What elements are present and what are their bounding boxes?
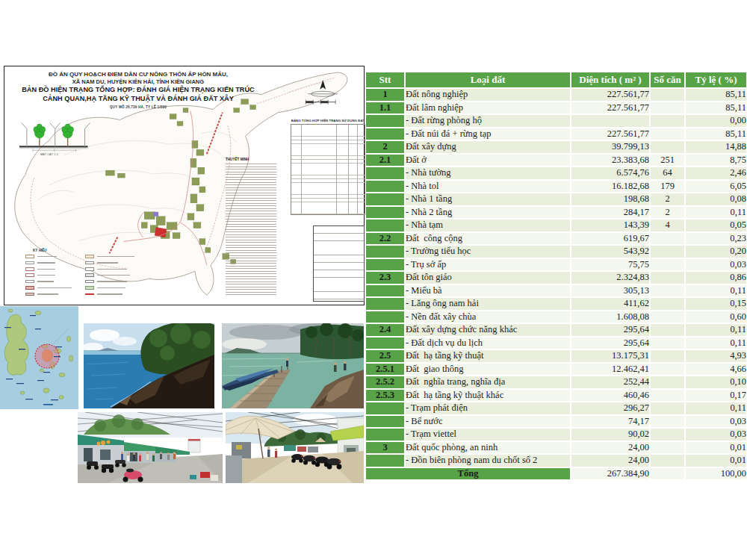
legend-swatch [25,293,34,296]
percentage: 0,01 [685,441,747,455]
row-number: 1 [366,88,405,102]
unit-count: 2 [650,206,685,220]
land-use-table: Stt Loại đất Diện tích ( m² ) Số căn Tỷ … [366,72,747,481]
legend-item [85,292,134,296]
legend-item [25,273,72,277]
table-header-row: Stt Loại đất Diện tích ( m² ) Số căn Tỷ … [366,72,747,88]
land-use-table-body: 1Đất nông nghiệp227.561,7785,111.1Đất lâ… [366,88,747,480]
unit-count [650,389,685,402]
area-value: 6.574,76 [571,167,650,180]
legend-label-placeholder [97,275,130,276]
legend-swatch [85,286,94,290]
row-number: 2.3 [366,271,405,284]
table-row: 1.1Đất lâm nghiệp227.561,7785,11 [366,102,747,115]
percentage: 2,46 [685,167,747,180]
row-number [366,206,405,220]
unit-count [650,232,685,246]
legend-swatch [25,273,34,277]
table-row: 2.2Đất công cộng619,670,23 [366,232,747,246]
area-value: 227.561,77 [571,128,650,141]
table-row: - Nền đất xây chùa1.608,080,60 [366,311,747,324]
land-type: Đất nông nghiệp [405,88,571,102]
table-row: - Trạm viettel90,020,03 [366,428,747,441]
area-value: 252,44 [571,376,650,389]
area-value: 227.561,77 [571,102,650,115]
row-number [366,297,405,311]
legend-swatch [85,261,94,265]
percentage: 0,08 [685,193,747,206]
row-number: 2.1 [366,154,405,167]
legend-swatch [85,293,94,295]
percentage: 6,05 [685,180,747,193]
land-type: - Nhà 1 tầng [405,193,571,206]
land-type: - Lăng ông nam hải [405,297,571,311]
table-row: 2.5Đất hạ tầng kỹ thuật13.175,314,93 [366,349,747,363]
unit-count [650,258,685,272]
row-number: 2.5 [366,349,405,363]
percentage: 0,00 [685,114,747,128]
table-row: - Đất rừng phòng hộ0,00 [366,114,747,128]
area-value: 284,17 [571,206,650,220]
mini-table-title: BẢNG TỔNG HỢP HIỆN TRẠNG SỬ DỤNG ĐẤT [291,119,365,122]
total-area: 267.384,90 [571,467,650,481]
unit-count [650,454,685,467]
table-row: 2.4Đất xây dựng chức năng khác295,640,11 [366,323,747,337]
percentage: 0,23 [685,232,747,246]
table-row: - Nhà 1 tầng198,6820,08 [366,193,747,206]
table-row: - Đồn biên phòng nam du chốt số 224,000,… [366,454,747,467]
area-value: 619,67 [571,232,650,246]
land-type: Đất quốc phòng, an ninh [405,441,571,455]
location-map [0,306,78,409]
table-row: - Nhà tường6.574,76642,46 [366,167,747,180]
row-number [366,167,405,180]
area-value: 460,46 [571,389,650,402]
map-title-line2: XÃ NAM DU, HUYỆN KIÊN HẢI, TỈNH KIÊN GIA… [15,78,261,86]
legend-item [85,255,134,258]
section-label: MẶT CẮT 1-1 [40,152,59,156]
row-number [366,337,405,350]
unit-count: 64 [650,167,685,180]
unit-count [650,311,685,324]
row-number: 1.1 [366,102,405,115]
area-value: 295,64 [571,323,650,337]
table-row: 3Đất quốc phòng, an ninh24,000,01 [366,441,747,455]
percentage: 85,11 [685,102,747,115]
unit-count [650,284,685,298]
land-type: - Trụ sở ấp [405,258,571,272]
area-value: 90,02 [571,428,650,441]
area-value: 143,39 [571,219,650,232]
unit-count [650,114,685,128]
percentage: 4,93 [685,349,747,363]
percentage: 0,86 [685,271,747,284]
unit-count [650,140,685,154]
land-type: Đất giao thông [405,363,571,376]
land-type: - Nhà tol [405,180,571,193]
land-type: - Đất rừng phòng hộ [405,114,571,128]
land-type: - Nhà tạm [405,219,571,232]
row-number [366,258,405,272]
table-row: 2.5.2Đất nghĩa trang, nghĩa địa252,440,1… [366,376,747,389]
row-number [366,245,405,258]
table-row: - Đất dịch vụ du lịch295,640,11 [366,337,747,350]
area-value: 227.561,77 [571,88,650,102]
row-number [366,180,405,193]
table-row: 2.3Đất tôn giáo2.324,830,86 [366,271,747,284]
percentage: 14,88 [685,140,747,154]
legend-label-placeholder [37,256,57,258]
notes-block: THUYẾT MINH [226,158,281,296]
legend-item [25,292,72,296]
percentage: 85,11 [685,88,747,102]
area-value: 198,68 [571,193,650,206]
mini-table-grid [291,124,365,215]
unit-count [650,441,685,455]
legend-label-placeholder [37,269,55,270]
total-unit-count [650,467,685,481]
row-number [366,193,405,206]
title-block-frame [313,225,365,302]
table-row: 2Đất xây dựng39.799,1314,88 [366,140,747,154]
unit-count [650,271,685,284]
percentage: 0,17 [685,389,747,402]
table-row: 2.5.1Đất giao thông12.462,414,66 [366,363,747,376]
row-number [366,128,405,141]
notes-title: THUYẾT MINH [226,158,281,161]
